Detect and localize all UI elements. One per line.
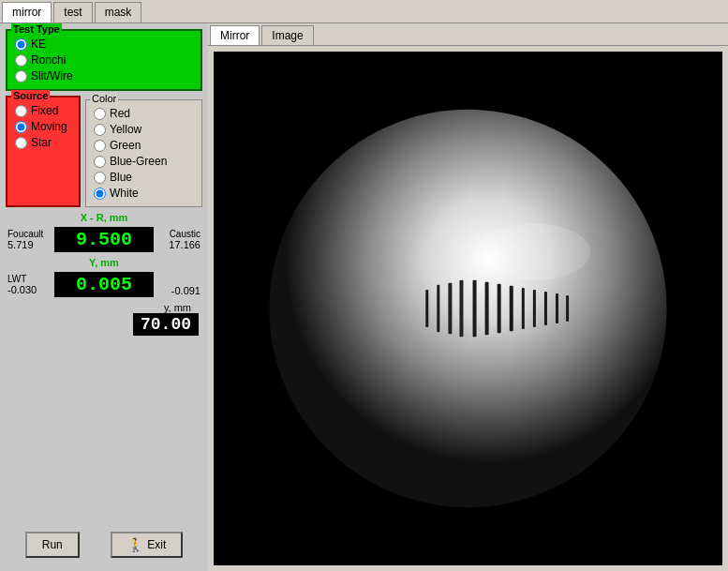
xr-row: Foucault 5.719 9.500 Caustic 17.166: [7, 227, 201, 252]
exit-label: Exit: [147, 538, 166, 551]
svg-rect-14: [544, 292, 547, 325]
svg-rect-5: [437, 285, 439, 332]
color-bluegreen-row: Blue-Green: [94, 155, 194, 168]
lwt-side: LWT -0.030: [7, 274, 51, 295]
test-type-legend: Test Type: [11, 23, 62, 35]
app-window: mirror test mask Test Type KE Ronchi: [0, 0, 728, 571]
color-blue-radio[interactable]: [94, 172, 106, 184]
color-legend: Color: [90, 93, 118, 104]
color-yellow-row: Yellow: [94, 123, 194, 136]
left-panel: Test Type KE Ronchi Slit/Wire Sou: [0, 23, 208, 571]
color-red-row: Red: [94, 107, 194, 120]
xr-label: X - R, mm: [7, 212, 201, 223]
y-right-value: -0.091: [157, 285, 201, 296]
view-tab-bar: Mirror Image: [208, 23, 728, 46]
tab-mirror[interactable]: mirror: [2, 2, 52, 23]
top-tab-bar: mirror test mask: [0, 0, 728, 23]
svg-rect-12: [522, 288, 525, 329]
svg-rect-6: [448, 283, 452, 334]
test-type-ke-label: KE: [31, 38, 46, 51]
foucault-label: Foucault: [7, 229, 51, 239]
test-type-ke-row: KE: [15, 38, 193, 51]
test-type-ronchi-label: Ronchi: [31, 53, 66, 67]
caustic-value: 17.166: [157, 239, 201, 250]
mirror-canvas: [214, 52, 722, 565]
color-blue-row: Blue: [94, 171, 194, 184]
svg-point-17: [478, 224, 591, 280]
source-fixed-label: Fixed: [31, 104, 58, 117]
svg-rect-8: [473, 280, 477, 337]
test-type-slitwire-label: Slit/Wire: [31, 69, 73, 83]
y-right-side: -0.091: [157, 274, 201, 296]
caustic-side: Caustic 17.166: [157, 229, 201, 250]
source-fixed-radio[interactable]: [15, 105, 27, 117]
svg-rect-9: [485, 282, 489, 335]
test-type-ke-radio[interactable]: [15, 38, 27, 51]
source-star-row: Star: [15, 136, 71, 149]
tab-test[interactable]: test: [53, 2, 92, 23]
ymm-section: y, mm 70.00: [6, 302, 202, 336]
tab-mask[interactable]: mask: [95, 2, 142, 23]
lwt-value: -0.030: [7, 284, 51, 295]
run-label: Run: [42, 538, 63, 551]
y-row: LWT -0.030 0.005 -0.091: [7, 272, 201, 297]
mirror-svg: [214, 52, 722, 565]
color-green-radio[interactable]: [94, 140, 106, 152]
foucault-value: 5.719: [7, 239, 51, 250]
color-bluegreen-radio[interactable]: [94, 156, 106, 168]
color-green-label: Green: [110, 139, 141, 152]
color-box: Color Red Yellow Green: [85, 99, 202, 207]
color-white-label: White: [110, 187, 139, 200]
y-label: Y, mm: [7, 257, 201, 268]
run-button[interactable]: Run: [25, 532, 80, 558]
xr-measurement: X - R, mm Foucault 5.719 9.500 Caustic 1…: [6, 212, 202, 252]
test-type-slitwire-radio[interactable]: [15, 70, 27, 83]
ymm-label: y, mm: [164, 302, 191, 313]
source-star-label: Star: [31, 136, 52, 149]
source-star-radio[interactable]: [15, 137, 27, 149]
source-color-row: Source Fixed Moving Star: [6, 96, 202, 207]
color-red-radio[interactable]: [94, 108, 106, 120]
svg-rect-15: [556, 293, 558, 323]
svg-rect-4: [425, 290, 428, 327]
content-area: Test Type KE Ronchi Slit/Wire Sou: [0, 23, 728, 571]
color-blue-label: Blue: [110, 171, 132, 184]
svg-rect-16: [566, 295, 569, 322]
ymm-value: 70.00: [133, 313, 199, 336]
source-fixed-row: Fixed: [15, 104, 71, 117]
svg-rect-10: [498, 284, 501, 333]
color-red-label: Red: [110, 107, 130, 120]
y-value: 0.005: [54, 272, 154, 297]
source-moving-row: Moving: [15, 120, 71, 133]
source-moving-radio[interactable]: [15, 121, 27, 133]
right-panel: Mirror Image: [208, 23, 728, 571]
bottom-buttons: Run 🚶 Exit: [6, 524, 202, 565]
color-bluegreen-label: Blue-Green: [110, 155, 167, 168]
source-moving-label: Moving: [31, 120, 67, 133]
test-type-ronchi-row: Ronchi: [15, 53, 193, 67]
exit-button[interactable]: 🚶 Exit: [111, 532, 183, 558]
svg-rect-13: [533, 290, 536, 327]
source-box: Source Fixed Moving Star: [6, 96, 81, 207]
svg-rect-11: [510, 286, 513, 331]
exit-icon: 🚶: [127, 537, 143, 552]
tab-view-image[interactable]: Image: [261, 25, 313, 45]
caustic-label: Caustic: [157, 229, 201, 239]
foucault-side: Foucault 5.719: [7, 229, 51, 250]
lwt-label: LWT: [7, 274, 51, 284]
test-type-slitwire-row: Slit/Wire: [15, 69, 193, 83]
y-measurement: Y, mm LWT -0.030 0.005 -0.091: [6, 257, 202, 297]
test-type-ronchi-radio[interactable]: [15, 54, 27, 67]
color-white-radio[interactable]: [94, 188, 106, 200]
color-green-row: Green: [94, 139, 194, 152]
test-type-box: Test Type KE Ronchi Slit/Wire: [6, 29, 202, 91]
color-yellow-label: Yellow: [110, 123, 141, 136]
color-yellow-radio[interactable]: [94, 124, 106, 136]
xr-value: 9.500: [54, 227, 154, 252]
svg-rect-7: [459, 280, 463, 337]
source-legend: Source: [11, 90, 50, 101]
tab-view-mirror[interactable]: Mirror: [210, 25, 260, 45]
color-white-row: White: [94, 187, 194, 200]
